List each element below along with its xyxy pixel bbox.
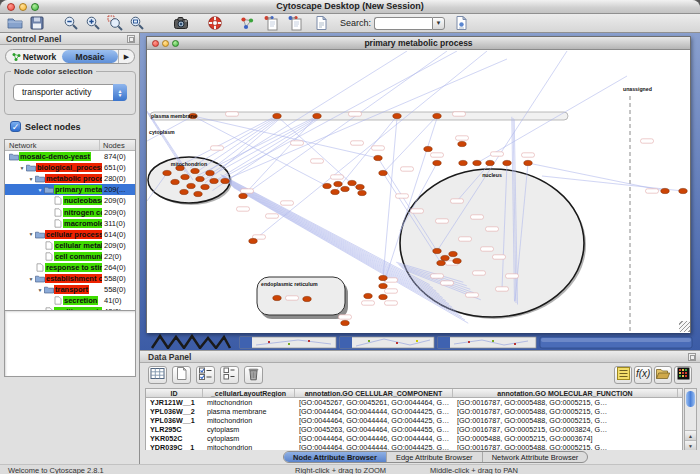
import-document-button[interactable] [312,15,330,32]
birdseye-view[interactable] [4,310,136,377]
delete-attribute-button[interactable] [244,366,263,384]
zoom-in-button[interactable] [84,15,102,32]
tree-row[interactable]: nucleobase-209(0) [5,195,135,206]
table-row[interactable]: YKR052Ccytoplasm[GO:0044464, GO:0044446,… [146,434,682,443]
save-session-button[interactable] [28,15,46,32]
tree-row[interactable]: mosaic-demo-yeast874(0) [5,151,135,162]
tab-node-attribute-browser[interactable]: Node Attribute Browser [284,452,387,462]
table-cell[interactable]: YPL036W__2 [146,407,203,416]
save-icon [29,15,45,31]
expand-arrow-icon[interactable]: ▼ [27,276,35,282]
tab-network-attribute-browser[interactable]: Network Attribute Browser [483,452,588,462]
tree-row[interactable]: ▼cellular process614(0) [5,229,135,240]
table-cell[interactable]: [GO:0044464, GO:0044444, GO:0044425, G… [295,407,453,416]
scroll-up-button[interactable]: ▲ [685,430,696,440]
table-cell[interactable]: cytoplasm [203,434,295,443]
tree-row[interactable]: ▼transport558(0) [5,284,135,295]
search-dropdown-button[interactable]: ▼ [432,17,445,30]
table-cell[interactable]: cytoplasm [203,425,295,434]
zoom-fit-button[interactable] [128,15,146,32]
network-snapshot-button[interactable] [172,15,190,32]
select-nodes-checkbox[interactable]: ✓ [10,121,21,132]
column-header[interactable]: ID [146,389,203,397]
import-edge-attributes-button[interactable] [286,15,304,32]
table-cell[interactable]: [GO:0016787, GO:0005488, GO:0005215, G… [453,407,678,416]
network-view-window[interactable]: primary metabolic process plasma membran… [146,36,691,333]
table-cell[interactable]: [GO:0044464, GO:0044446, GO:0044444, G… [295,434,453,443]
import-node-attributes-button[interactable] [262,15,280,32]
cytoscape-desktop-window: Cytoscape Desktop (New Session) Search: … [0,0,700,474]
attribute-table-header[interactable]: ID_cellularLayoutRegionannotation.GO CEL… [146,389,682,398]
table-row[interactable]: YJR121W__1mitochondrion[GO:0045267, GO:0… [146,398,682,407]
column-header[interactable]: annotation.GO CELLULAR_COMPONENT [295,389,453,397]
select-attributes-button[interactable] [148,366,167,384]
table-cell[interactable]: [GO:0016787, GO:0005488, GO:0005215, G… [453,416,678,425]
search-config-button[interactable] [452,15,470,32]
document-icon [35,263,45,272]
node-color-attribute-select[interactable]: transporter activity ▲▼ [13,84,127,101]
table-row[interactable]: YPL036W__1mitochondrion[GO:0044464, GO:0… [146,416,682,425]
network-node [433,160,441,165]
background-window-fragments[interactable] [148,334,696,349]
new-attribute-button[interactable] [172,366,191,384]
search-input[interactable] [374,17,432,30]
attribute-list-button[interactable] [614,366,632,384]
tree-row[interactable]: cellular metabol209(0) [5,240,135,251]
table-row[interactable]: YPL036W__2plasma membrane[GO:0044464, GO… [146,407,682,416]
tree-row[interactable]: ▼primary metabo209(... [5,184,135,195]
tab-edge-attribute-browser[interactable]: Edge Attribute Browser [387,452,483,462]
expand-arrow-icon[interactable]: ▼ [18,165,26,171]
table-cell[interactable]: YKR052C [146,434,203,443]
import-attributes-file-button[interactable] [654,366,672,384]
expand-arrow-icon[interactable]: ▼ [36,287,44,293]
vizmapper-button[interactable] [238,15,256,32]
table-cell[interactable]: [GO:0044464, GO:0044444, GO:0044425, G… [295,416,453,425]
network-window-titlebar[interactable]: primary metabolic process [147,37,690,50]
tree-row[interactable]: secretion41(0) [5,295,135,306]
column-header[interactable]: annotation.GO MOLECULAR_FUNCTION [453,389,678,397]
tree-row[interactable]: ▼establishment of lo558(0) [5,273,135,284]
table-cell[interactable]: mitochondrion [203,398,295,407]
table-cell[interactable]: [GO:0045263, GO:0044464, GO:0044455, G… [295,425,453,434]
network-canvas[interactable]: plasma membranecytoplasmmitochondrionnuc… [147,51,690,333]
tab-network[interactable]: Network [6,50,62,63]
table-cell[interactable]: [GO:0045267, GO:0045261, GO:0044464, G… [295,398,453,407]
open-file-button[interactable] [6,15,24,32]
table-cell[interactable]: mitochondrion [203,416,295,425]
help-button[interactable] [206,15,224,32]
table-cell[interactable]: [GO:0005488, GO:0005215, GO:0003674] [453,434,678,443]
tree-row[interactable]: response to stimulu264(0) [5,262,135,273]
scrollbar-thumb[interactable] [686,391,695,407]
tree-row[interactable]: ▼metabolic process280(0) [5,173,135,184]
table-cell[interactable]: [GO:0016787, GO:0005215, GO:0003824, G… [453,425,678,434]
tree-row[interactable]: macromolecule311(0) [5,218,135,229]
table-cell[interactable]: [GO:0016787, GO:0005488, GO:0005215, G… [453,398,678,407]
table-cell[interactable]: YLR295C [146,425,203,434]
attribute-matrix-button[interactable] [674,366,692,384]
expand-arrow-icon[interactable]: ▼ [36,187,44,193]
zoom-out-button[interactable] [62,15,80,32]
table-cell[interactable]: YJR121W__1 [146,398,203,407]
zoom-selected-region-button[interactable] [106,15,124,32]
tree-row[interactable]: nitrogen compo209(0) [5,206,135,217]
column-header[interactable]: _cellularLayoutRegion [203,389,295,397]
window-resize-grip[interactable] [679,321,690,332]
network-desktop: primary metabolic process plasma membran… [140,33,700,350]
scroll-down-button[interactable]: ▼ [685,440,696,450]
tab-mosaic[interactable]: Mosaic [62,50,118,63]
function-builder-button[interactable]: f(x) [634,366,652,384]
more-tabs-button[interactable]: ▶ [118,50,134,63]
float-data-panel-icon[interactable] [688,353,696,361]
table-scrollbar[interactable]: ▲ ▼ [684,388,697,451]
tree-row[interactable]: cell communicat22(0) [5,251,135,262]
unselect-all-attributes-button[interactable] [220,366,239,384]
tree-row[interactable]: ▼biological_process651(0) [5,162,135,173]
expand-arrow-icon[interactable]: ▼ [27,176,35,182]
camera-icon [173,15,189,31]
table-cell[interactable]: plasma membrane [203,407,295,416]
select-all-attributes-button[interactable] [196,366,215,384]
float-panel-icon[interactable] [127,35,135,43]
table-row[interactable]: YLR295Ccytoplasm[GO:0045263, GO:0044464,… [146,425,682,434]
expand-arrow-icon[interactable]: ▼ [27,231,35,237]
table-cell[interactable]: YPL036W__1 [146,416,203,425]
